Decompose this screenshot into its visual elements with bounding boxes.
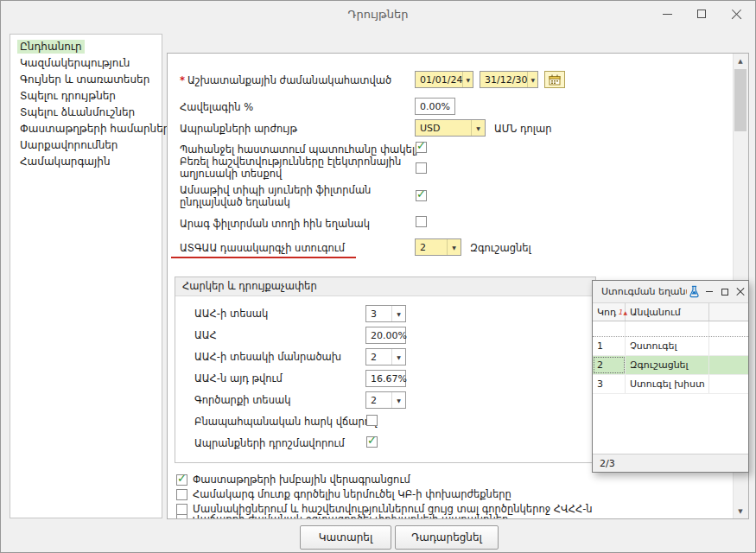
- filter-cell[interactable]: [626, 321, 709, 336]
- goods-labeling-checkbox[interactable]: [366, 436, 378, 448]
- vat-rate-input[interactable]: 20.00%: [365, 327, 406, 344]
- chevron-down-icon[interactable]: [447, 239, 461, 255]
- markup-input[interactable]: 0.00%: [415, 98, 455, 115]
- chevron-down-icon[interactable]: [391, 392, 405, 408]
- column-label: Անվանում: [630, 307, 681, 318]
- vat-rate-label: ԱԱՀ: [194, 329, 217, 341]
- sidebar-item-label: Տպելու ձևանմուշներ: [17, 105, 137, 119]
- filter-cell[interactable]: [709, 321, 748, 336]
- cell-name[interactable]: Զգուշացնել: [626, 356, 709, 374]
- apply-button[interactable]: Կատարել: [300, 525, 391, 550]
- close-button[interactable]: [719, 1, 753, 27]
- scroll-down-button[interactable]: [734, 504, 747, 518]
- sidebar-item-colors-fonts[interactable]: Գույներ և տառատեսեր: [10, 72, 162, 88]
- sidebar-item-print-templates[interactable]: Տպելու ձևանմուշներ: [10, 105, 162, 121]
- table-row[interactable]: 1 Չստուգել: [593, 337, 748, 356]
- close-icon: [736, 288, 745, 296]
- column-header-name[interactable]: Անվանում: [626, 303, 709, 321]
- cell-code[interactable]: 2: [593, 356, 626, 374]
- calendar-button[interactable]: [544, 71, 565, 88]
- sale-convertible-goods-option[interactable]: Վաճառքի ժամանակ օգտագործել փոխարկելի ապր…: [176, 513, 508, 519]
- cell-filler[interactable]: [709, 356, 748, 374]
- popup-close-button[interactable]: [733, 281, 748, 302]
- sidebar-item-devices[interactable]: Սարքավորումներ: [10, 137, 162, 154]
- checkbox[interactable]: [176, 489, 187, 500]
- vat-included-input[interactable]: 16.67%: [365, 370, 406, 387]
- minimize-button[interactable]: [650, 1, 684, 27]
- vat-type-combo[interactable]: 3: [365, 305, 406, 322]
- sidebar-item-system[interactable]: Համակարգային: [10, 154, 162, 170]
- period-from-combo[interactable]: 01/01/24: [415, 71, 473, 88]
- input-value: 20.00%: [371, 330, 407, 341]
- sidebar-item-label: Սարքավորումներ: [17, 138, 120, 152]
- sidebar-item-label: Ընդհանուր: [17, 40, 85, 54]
- vat-type-label: ԱԱՀ-ի տեսակ: [194, 308, 268, 320]
- table-row[interactable]: 3 Ստուգել խիստ: [593, 375, 748, 394]
- cell-name[interactable]: Ստուգել խիստ: [626, 375, 709, 393]
- batch-reregister-option[interactable]: Փաստաթղթերի խմբային վերագրանցում: [176, 474, 410, 486]
- red-underline-annotation: [171, 257, 356, 258]
- filter-cell[interactable]: [593, 321, 626, 336]
- currency-combo[interactable]: USD: [415, 119, 486, 137]
- sidebar-item-label: Գույներ և տառատեսեր: [17, 73, 152, 86]
- table-header-row: Կոդ1 Անվանում: [593, 303, 748, 321]
- vat-type-retail-combo[interactable]: 2: [365, 348, 406, 365]
- scroll-up-button[interactable]: [734, 54, 747, 68]
- popup-maximize-button[interactable]: [717, 281, 733, 302]
- transaction-type-label: Գործարքի տեսակ: [194, 394, 290, 406]
- sidebar-item-label: Կազմակերպություն: [17, 56, 132, 70]
- sidebar-item-label: Համակարգային: [17, 155, 113, 168]
- working-period-label: *Աշխատանքային ժամանակահատված: [180, 74, 391, 86]
- sidebar-item-general[interactable]: Ընդհանուր: [10, 39, 162, 55]
- taxes-section-header: Հարկեր և դրույքաչափեր: [175, 277, 595, 296]
- chevron-down-icon[interactable]: [391, 306, 405, 321]
- column-header-code[interactable]: Կոդ1: [593, 303, 626, 321]
- settings-window: Դրույթներ Ընդհանուր Կազմակերպություն Գու…: [0, 0, 756, 553]
- cell-code[interactable]: 1: [593, 337, 626, 355]
- atgaa-check-combo[interactable]: 2: [415, 238, 461, 256]
- verification-method-lookup-window: Ստուգման եղանակ Կոդ1 Անվանում 1: [592, 280, 749, 473]
- cell-filler[interactable]: [709, 375, 748, 393]
- combo-value: 01/01/24: [420, 74, 462, 86]
- close-icon: [731, 9, 742, 20]
- table-filter-row[interactable]: [593, 321, 748, 337]
- date-filter-mode-checkbox[interactable]: [416, 190, 427, 201]
- input-value: 16.67%: [371, 373, 407, 385]
- chevron-down-icon[interactable]: [462, 72, 473, 87]
- markup-label: Հավելագին %: [180, 101, 253, 113]
- input-value: 0.00%: [420, 101, 450, 112]
- checkbox[interactable]: [176, 514, 187, 520]
- quick-filter-old-checkbox[interactable]: [416, 216, 427, 227]
- sidebar-item-document-numbers[interactable]: Փաստաթղթերի համարներ: [10, 121, 162, 137]
- sidebar-item-organization[interactable]: Կազմակերպություն: [10, 55, 162, 72]
- flask-icon: [687, 285, 702, 298]
- chevron-down-icon[interactable]: [391, 349, 405, 365]
- combo-value: 31/12/30: [485, 74, 527, 86]
- table-row[interactable]: 2 Զգուշացնել: [593, 356, 748, 375]
- popup-status-bar: 2/3: [593, 454, 748, 472]
- chevron-down-icon[interactable]: [527, 72, 537, 87]
- checkbox-label: Փաստաթղթերի խմբային վերագրանցում: [193, 474, 410, 486]
- scrollbar-thumb[interactable]: [734, 69, 746, 131]
- confirm-close-checkbox[interactable]: [416, 142, 427, 153]
- popup-minimize-button[interactable]: [702, 281, 717, 302]
- checkbox[interactable]: [176, 474, 187, 486]
- import-cb-rates-option[interactable]: Համակարգ մուտք գործելիս ներմուծել ԿԲ-ի փ…: [176, 488, 511, 500]
- period-to-combo[interactable]: 31/12/30: [480, 71, 538, 88]
- maximize-button[interactable]: [684, 1, 719, 27]
- load-reports-label: Բեռել հաշվետվությունները էլեկտրոնային աղ…: [180, 156, 411, 180]
- sidebar-item-print-settings[interactable]: Տպելու դրույթներ: [10, 88, 162, 105]
- combo-value: 2: [420, 242, 447, 253]
- cell-name[interactable]: Չստուգել: [626, 337, 709, 355]
- load-reports-checkbox[interactable]: [416, 162, 427, 174]
- button-label: Դադարեցնել: [411, 531, 482, 543]
- eco-tax-checkbox[interactable]: [366, 415, 378, 426]
- combo-value: USD: [420, 123, 471, 134]
- cancel-button[interactable]: Դադարեցնել: [395, 525, 499, 550]
- cell-filler[interactable]: [709, 337, 748, 355]
- column-header-filler: [709, 303, 748, 321]
- transaction-type-combo[interactable]: 2: [365, 391, 406, 409]
- chevron-down-icon[interactable]: [471, 120, 485, 136]
- cell-code[interactable]: 3: [593, 375, 626, 393]
- minimize-icon: [706, 291, 713, 292]
